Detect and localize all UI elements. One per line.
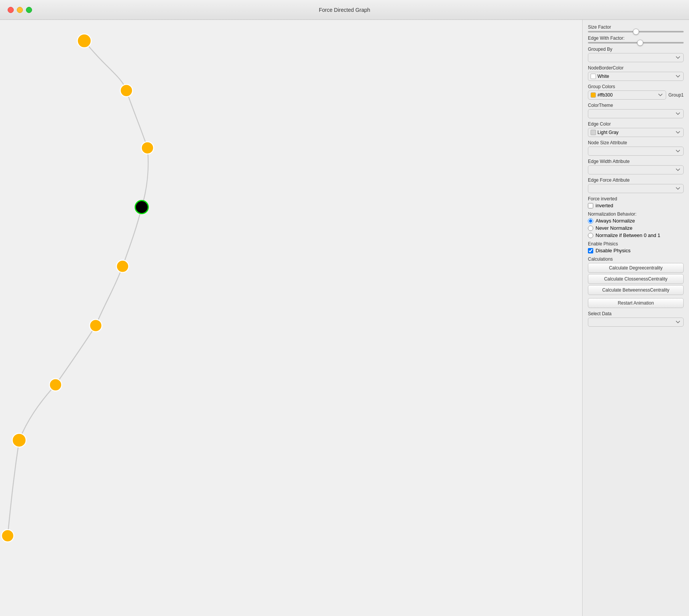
group-colors-row: #ffb300 Group1 [588, 90, 684, 100]
minimize-button[interactable] [17, 7, 23, 13]
enable-physics-group: Enable Phisics Disable Physics [588, 241, 684, 253]
maximize-button[interactable] [26, 7, 32, 13]
always-normalize-row: Always Normalize [588, 218, 684, 224]
graph-node-selected[interactable] [135, 201, 148, 214]
disable-physics-label: Disable Physics [596, 248, 631, 253]
edge-force-attribute-label: Edge Force Attribute [588, 177, 684, 183]
grouped-by-group: Grouped By [588, 47, 684, 62]
calculate-betweenness-button[interactable]: Calculate BetweennessCentrality [588, 285, 684, 295]
edge-color-swatch [591, 130, 596, 135]
node-size-attribute-group: Node Size Attribute [588, 140, 684, 156]
close-button[interactable] [8, 7, 14, 13]
restart-animation-button[interactable]: Restart Animation [588, 298, 684, 308]
node-border-color-group: NodeBorderColor White [588, 65, 684, 81]
restart-animation-group: Restart Animation [588, 298, 684, 308]
force-inverted-label: Force inverted [588, 196, 684, 202]
edge-color-label: Edge Color [588, 121, 684, 127]
normalization-behavior-group: Normalization Behavior: Always Normalize… [588, 211, 684, 238]
grouped-by-select[interactable] [588, 53, 684, 62]
main-container: Size Factor Edge With Factor: Grouped By… [0, 20, 689, 616]
force-inverted-checkbox-label: inverted [596, 203, 613, 208]
always-normalize-label: Always Normalize [596, 218, 635, 224]
node-border-color-value: White [597, 74, 609, 79]
never-normalize-row: Never Normalize [588, 225, 684, 231]
graph-node[interactable] [77, 34, 91, 48]
graph-node[interactable] [12, 433, 26, 447]
disable-physics-checkbox[interactable] [588, 248, 593, 253]
select-data-group: Select Data [588, 311, 684, 327]
group-colors-group: Group Colors #ffb300 Group1 [588, 84, 684, 100]
edge-color-group: Edge Color Light Gray [588, 121, 684, 137]
sidebar: Size Factor Edge With Factor: Grouped By… [582, 20, 689, 616]
calculations-label: Calculations [588, 256, 684, 262]
edge-width-factor-group: Edge With Factor: [588, 35, 684, 44]
title-bar: Force Directed Graph [0, 0, 689, 20]
graph-node[interactable] [120, 84, 132, 97]
window-title: Force Directed Graph [319, 7, 370, 13]
node-border-color-label: NodeBorderColor [588, 65, 684, 71]
size-factor-slider-container [588, 31, 684, 32]
calculations-group: Calculations Calculate Degreecentrality … [588, 256, 684, 295]
enable-physics-label: Enable Phisics [588, 241, 684, 247]
traffic-lights [8, 7, 32, 13]
force-inverted-row: inverted [588, 203, 684, 208]
graph-node[interactable] [90, 319, 102, 332]
select-data-select[interactable] [588, 318, 684, 327]
edge-force-attribute-group: Edge Force Attribute [588, 177, 684, 193]
group1-label: Group1 [668, 92, 684, 98]
edge-width-attribute-select[interactable] [588, 165, 684, 174]
graph-area[interactable] [0, 20, 582, 616]
node-border-color-dropdown[interactable]: White [588, 72, 684, 81]
node-border-color-swatch [591, 74, 596, 79]
node-size-attribute-select[interactable] [588, 147, 684, 156]
never-normalize-radio[interactable] [588, 226, 593, 231]
force-inverted-group: Force inverted inverted [588, 196, 684, 208]
between-normalize-label: Normalize if Between 0 and 1 [596, 232, 660, 238]
calculate-closeness-button[interactable]: Calculate ClossenessCentrality [588, 274, 684, 284]
select-data-label: Select Data [588, 311, 684, 316]
graph-node[interactable] [116, 260, 129, 273]
group-colors-label: Group Colors [588, 84, 684, 89]
graph-node[interactable] [2, 530, 14, 542]
between-normalize-row: Normalize if Between 0 and 1 [588, 232, 684, 238]
graph-node[interactable] [141, 142, 153, 154]
edge-color-value: Light Gray [597, 130, 618, 135]
disable-physics-row: Disable Physics [588, 248, 684, 253]
edge-width-attribute-group: Edge Width Attribute [588, 159, 684, 174]
group-color-swatch [591, 92, 596, 98]
color-theme-select[interactable] [588, 109, 684, 118]
calculate-degree-button[interactable]: Calculate Degreecentrality [588, 263, 684, 273]
graph-node[interactable] [50, 379, 62, 391]
edge-force-attribute-select[interactable] [588, 184, 684, 193]
size-factor-group: Size Factor [588, 24, 684, 32]
group-colors-dropdown[interactable]: #ffb300 [588, 90, 666, 100]
graph-edge [8, 41, 148, 536]
force-inverted-checkbox[interactable] [588, 203, 593, 208]
color-theme-group: ColorTheme [588, 103, 684, 118]
edge-width-factor-slider[interactable] [588, 42, 684, 44]
grouped-by-label: Grouped By [588, 47, 684, 52]
size-factor-slider[interactable] [588, 31, 684, 32]
group-color-value: #ffb300 [597, 92, 613, 98]
edge-width-attribute-label: Edge Width Attribute [588, 159, 684, 164]
graph-svg [0, 20, 582, 616]
edge-width-factor-slider-container [588, 42, 684, 44]
always-normalize-radio[interactable] [588, 218, 593, 224]
between-normalize-radio[interactable] [588, 233, 593, 238]
color-theme-label: ColorTheme [588, 103, 684, 108]
never-normalize-label: Never Normalize [596, 225, 633, 231]
edge-color-dropdown[interactable]: Light Gray [588, 128, 684, 137]
normalization-behavior-label: Normalization Behavior: [588, 211, 684, 217]
normalization-radio-group: Always Normalize Never Normalize Normali… [588, 218, 684, 238]
node-size-attribute-label: Node Size Attribute [588, 140, 684, 145]
